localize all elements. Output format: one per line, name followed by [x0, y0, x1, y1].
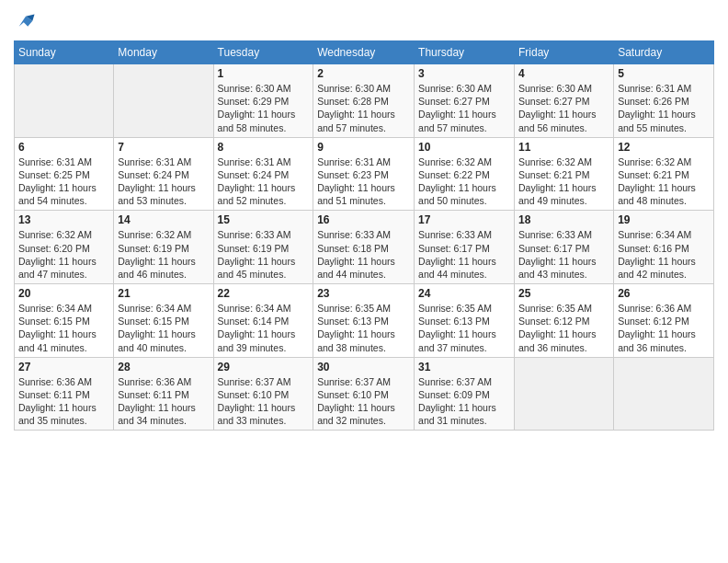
calendar-day-cell: 27Sunrise: 6:36 AM Sunset: 6:11 PM Dayli… — [15, 357, 114, 431]
calendar-day-cell: 12Sunrise: 6:32 AM Sunset: 6:21 PM Dayli… — [614, 137, 714, 211]
calendar-day-cell: 7Sunrise: 6:31 AM Sunset: 6:24 PM Daylig… — [114, 137, 213, 211]
calendar-week-row: 1Sunrise: 6:30 AM Sunset: 6:29 PM Daylig… — [15, 64, 714, 138]
calendar-day-cell: 24Sunrise: 6:35 AM Sunset: 6:13 PM Dayli… — [415, 284, 515, 358]
day-number: 19 — [618, 213, 710, 226]
calendar-day-cell: 9Sunrise: 6:31 AM Sunset: 6:23 PM Daylig… — [313, 137, 415, 211]
day-number: 13 — [18, 213, 109, 226]
calendar-day-cell: 10Sunrise: 6:32 AM Sunset: 6:22 PM Dayli… — [415, 137, 515, 211]
day-info: Sunrise: 6:34 AM Sunset: 6:15 PM Dayligh… — [118, 302, 209, 354]
day-number: 17 — [418, 213, 510, 226]
calendar-day-cell: 25Sunrise: 6:35 AM Sunset: 6:12 PM Dayli… — [514, 284, 613, 358]
weekday-header: Wednesday — [313, 41, 415, 64]
day-info: Sunrise: 6:31 AM Sunset: 6:23 PM Dayligh… — [317, 155, 410, 208]
day-info: Sunrise: 6:33 AM Sunset: 6:17 PM Dayligh… — [518, 228, 609, 281]
weekday-header-row: SundayMondayTuesdayWednesdayThursdayFrid… — [15, 41, 714, 64]
day-number: 10 — [418, 141, 510, 154]
day-info: Sunrise: 6:32 AM Sunset: 6:21 PM Dayligh… — [618, 155, 710, 208]
calendar-day-cell: 11Sunrise: 6:32 AM Sunset: 6:21 PM Dayli… — [514, 137, 613, 211]
calendar-day-cell: 23Sunrise: 6:35 AM Sunset: 6:13 PM Dayli… — [313, 284, 415, 358]
calendar-day-cell — [114, 64, 213, 138]
weekday-header: Monday — [114, 41, 213, 64]
day-number: 30 — [317, 361, 410, 373]
calendar-day-cell: 4Sunrise: 6:30 AM Sunset: 6:27 PM Daylig… — [514, 64, 613, 138]
day-info: Sunrise: 6:35 AM Sunset: 6:13 PM Dayligh… — [317, 302, 410, 354]
calendar-week-row: 20Sunrise: 6:34 AM Sunset: 6:15 PM Dayli… — [15, 284, 714, 358]
calendar-day-cell: 20Sunrise: 6:34 AM Sunset: 6:15 PM Dayli… — [15, 284, 114, 358]
day-info: Sunrise: 6:37 AM Sunset: 6:09 PM Dayligh… — [418, 375, 510, 428]
day-number: 25 — [518, 287, 609, 300]
logo-bird-icon — [16, 13, 36, 33]
day-number: 14 — [118, 213, 209, 226]
day-info: Sunrise: 6:36 AM Sunset: 6:11 PM Dayligh… — [18, 375, 109, 428]
day-number: 16 — [317, 213, 410, 226]
calendar-day-cell: 8Sunrise: 6:31 AM Sunset: 6:24 PM Daylig… — [213, 137, 313, 211]
calendar-day-cell: 18Sunrise: 6:33 AM Sunset: 6:17 PM Dayli… — [514, 211, 613, 284]
day-info: Sunrise: 6:30 AM Sunset: 6:27 PM Dayligh… — [518, 82, 609, 134]
day-info: Sunrise: 6:33 AM Sunset: 6:17 PM Dayligh… — [418, 228, 510, 281]
calendar-day-cell — [614, 357, 714, 431]
day-number: 26 — [618, 287, 710, 300]
day-number: 8 — [218, 141, 310, 154]
day-number: 11 — [518, 141, 609, 154]
day-info: Sunrise: 6:30 AM Sunset: 6:28 PM Dayligh… — [317, 82, 410, 134]
calendar-day-cell: 15Sunrise: 6:33 AM Sunset: 6:19 PM Dayli… — [213, 211, 313, 284]
weekday-header: Thursday — [415, 41, 515, 64]
day-info: Sunrise: 6:34 AM Sunset: 6:16 PM Dayligh… — [618, 228, 710, 281]
calendar-day-cell: 21Sunrise: 6:34 AM Sunset: 6:15 PM Dayli… — [114, 284, 213, 358]
day-info: Sunrise: 6:31 AM Sunset: 6:24 PM Dayligh… — [218, 155, 310, 208]
day-number: 27 — [18, 361, 109, 373]
day-number: 28 — [118, 361, 209, 373]
calendar-day-cell: 29Sunrise: 6:37 AM Sunset: 6:10 PM Dayli… — [213, 357, 313, 431]
day-info: Sunrise: 6:30 AM Sunset: 6:27 PM Dayligh… — [418, 82, 510, 134]
day-number: 6 — [18, 141, 109, 154]
calendar-day-cell: 28Sunrise: 6:36 AM Sunset: 6:11 PM Dayli… — [114, 357, 213, 431]
weekday-header: Sunday — [15, 41, 114, 64]
day-number: 5 — [618, 67, 710, 80]
calendar-week-row: 13Sunrise: 6:32 AM Sunset: 6:20 PM Dayli… — [15, 211, 714, 284]
calendar-day-cell: 17Sunrise: 6:33 AM Sunset: 6:17 PM Dayli… — [415, 211, 515, 284]
weekday-header: Tuesday — [213, 41, 313, 64]
day-info: Sunrise: 6:31 AM Sunset: 6:25 PM Dayligh… — [18, 155, 109, 208]
day-number: 15 — [218, 213, 310, 226]
day-info: Sunrise: 6:31 AM Sunset: 6:24 PM Dayligh… — [118, 155, 209, 208]
day-number: 9 — [317, 141, 410, 154]
calendar-table: SundayMondayTuesdayWednesdayThursdayFrid… — [14, 40, 714, 431]
calendar-day-cell: 16Sunrise: 6:33 AM Sunset: 6:18 PM Dayli… — [313, 211, 415, 284]
day-number: 2 — [317, 67, 410, 80]
calendar-day-cell: 13Sunrise: 6:32 AM Sunset: 6:20 PM Dayli… — [15, 211, 114, 284]
logo — [14, 13, 36, 33]
calendar-day-cell: 26Sunrise: 6:36 AM Sunset: 6:12 PM Dayli… — [614, 284, 714, 358]
day-number: 7 — [118, 141, 209, 154]
calendar-day-cell: 5Sunrise: 6:31 AM Sunset: 6:26 PM Daylig… — [614, 64, 714, 138]
calendar-day-cell: 19Sunrise: 6:34 AM Sunset: 6:16 PM Dayli… — [614, 211, 714, 284]
day-number: 21 — [118, 287, 209, 300]
day-number: 4 — [518, 67, 609, 80]
calendar-page: SundayMondayTuesdayWednesdayThursdayFrid… — [0, 0, 728, 563]
calendar-day-cell: 22Sunrise: 6:34 AM Sunset: 6:14 PM Dayli… — [213, 284, 313, 358]
calendar-day-cell: 3Sunrise: 6:30 AM Sunset: 6:27 PM Daylig… — [415, 64, 515, 138]
day-info: Sunrise: 6:35 AM Sunset: 6:12 PM Dayligh… — [518, 302, 609, 354]
day-info: Sunrise: 6:32 AM Sunset: 6:19 PM Dayligh… — [118, 228, 209, 281]
day-info: Sunrise: 6:37 AM Sunset: 6:10 PM Dayligh… — [317, 375, 410, 428]
day-info: Sunrise: 6:37 AM Sunset: 6:10 PM Dayligh… — [218, 375, 310, 428]
day-number: 29 — [218, 361, 310, 373]
calendar-day-cell: 30Sunrise: 6:37 AM Sunset: 6:10 PM Dayli… — [313, 357, 415, 431]
day-info: Sunrise: 6:33 AM Sunset: 6:19 PM Dayligh… — [218, 228, 310, 281]
calendar-day-cell: 1Sunrise: 6:30 AM Sunset: 6:29 PM Daylig… — [213, 64, 313, 138]
day-info: Sunrise: 6:34 AM Sunset: 6:14 PM Dayligh… — [218, 302, 310, 354]
day-info: Sunrise: 6:30 AM Sunset: 6:29 PM Dayligh… — [218, 82, 310, 134]
day-number: 18 — [518, 213, 609, 226]
day-info: Sunrise: 6:32 AM Sunset: 6:21 PM Dayligh… — [518, 155, 609, 208]
weekday-header: Saturday — [614, 41, 714, 64]
day-number: 22 — [218, 287, 310, 300]
day-info: Sunrise: 6:33 AM Sunset: 6:18 PM Dayligh… — [317, 228, 410, 281]
logo-text — [14, 13, 36, 33]
calendar-day-cell — [15, 64, 114, 138]
calendar-day-cell: 31Sunrise: 6:37 AM Sunset: 6:09 PM Dayli… — [415, 357, 515, 431]
day-info: Sunrise: 6:32 AM Sunset: 6:20 PM Dayligh… — [18, 228, 109, 281]
day-number: 1 — [218, 67, 310, 80]
day-number: 24 — [418, 287, 510, 300]
day-info: Sunrise: 6:32 AM Sunset: 6:22 PM Dayligh… — [418, 155, 510, 208]
header — [14, 9, 714, 33]
calendar-week-row: 6Sunrise: 6:31 AM Sunset: 6:25 PM Daylig… — [15, 137, 714, 211]
